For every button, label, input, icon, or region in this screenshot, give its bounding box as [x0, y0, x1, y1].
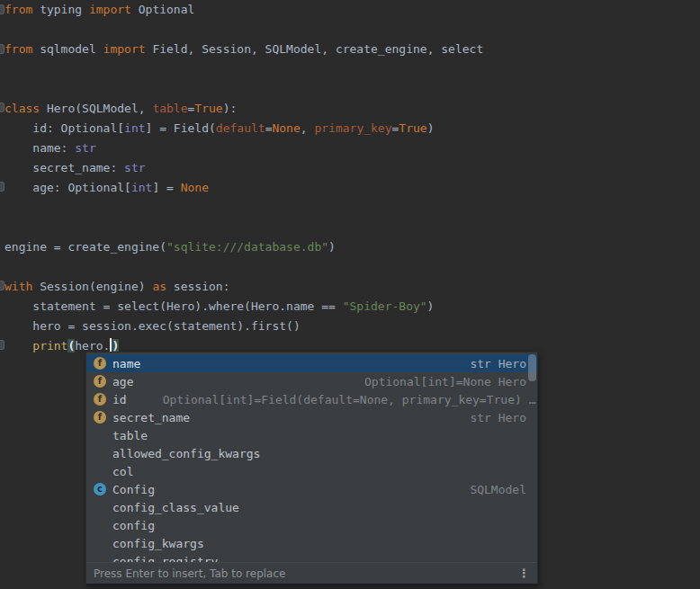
- code-token: hero = session.exec(statement).first(): [4, 319, 301, 333]
- completion-item[interactable]: col: [86, 462, 537, 480]
- completion-item[interactable]: fnamestr Hero: [86, 354, 537, 372]
- code-token: ): [328, 240, 336, 254]
- completion-type-hint: Optional[int]=None Hero: [364, 375, 526, 388]
- code-token: ): [427, 299, 435, 313]
- completion-type-hint: str Hero: [470, 357, 526, 370]
- code-line: secret_name: str: [4, 158, 700, 178]
- gutter-icon[interactable]: [0, 281, 4, 290]
- code-line: class Hero(SQLModel, table=True):: [4, 99, 700, 119]
- code-line: [4, 257, 700, 277]
- completion-item[interactable]: fsecret_namestr Hero: [86, 408, 537, 426]
- code-line: [4, 79, 700, 99]
- completion-item[interactable]: fidOptional[int]=Field(default=None, pri…: [86, 390, 537, 408]
- icon-spacer: [94, 501, 106, 513]
- code-token: class: [4, 102, 40, 115]
- completion-label: col: [112, 465, 133, 478]
- code-token: True: [194, 102, 222, 115]
- code-token: session:: [166, 280, 229, 293]
- code-token: ):: [223, 102, 238, 115]
- completion-label: age: [112, 375, 133, 388]
- code-line: engine = create_engine("sqlite:///databa…: [4, 237, 700, 257]
- code-line: name: str: [4, 138, 700, 158]
- code-token: ] =: [152, 181, 180, 194]
- code-token: "sqlite:///database.db": [166, 240, 328, 254]
- code-token: age: Optional[: [4, 181, 131, 194]
- completion-signature: Optional[int]=Field(default=None, primar…: [163, 393, 536, 406]
- code-token: hero.: [75, 339, 110, 353]
- completion-label: config_class_value: [112, 501, 239, 514]
- completion-type-hint: SQLModel: [470, 483, 526, 496]
- code-token: int: [131, 181, 152, 194]
- code-token: import: [103, 42, 146, 56]
- completion-label: config_kwargs: [112, 537, 204, 550]
- code-line: age: Optional[int] = None: [4, 178, 700, 198]
- code-line: [4, 20, 700, 40]
- code-line: hero = session.exec(statement).first(): [4, 317, 700, 336]
- code-token: sqlmodel: [32, 42, 103, 56]
- code-token: True: [399, 121, 426, 135]
- code-line: [4, 218, 700, 237]
- code-line: [4, 59, 700, 79]
- field-icon: f: [94, 393, 106, 406]
- gutter-icon[interactable]: [0, 4, 4, 14]
- completion-list: fnamestr HerofageOptional[int]=None Hero…: [86, 354, 537, 563]
- code-token: from: [4, 3, 32, 16]
- more-options-icon[interactable]: ⋮: [518, 567, 530, 579]
- code-token: Field, Session, SQLModel, create_engine,…: [146, 42, 484, 56]
- code-token: id: Optional[: [4, 121, 124, 135]
- class-icon: c: [94, 483, 106, 495]
- popup-footer: Press Enter to insert, Tab to replace ⋮: [86, 562, 537, 584]
- gutter-icon[interactable]: [0, 340, 4, 350]
- autocomplete-popup: fnamestr HerofageOptional[int]=None Hero…: [85, 352, 538, 585]
- code-token: Optional: [131, 3, 194, 16]
- code-token: Session(engine): [32, 280, 152, 293]
- completion-item[interactable]: table: [86, 426, 537, 444]
- code-line: from typing import Optional: [4, 0, 700, 20]
- code-token: ,: [301, 121, 315, 135]
- icon-spacer: [94, 465, 106, 477]
- completion-label: secret_name: [112, 411, 190, 424]
- icon-spacer: [94, 519, 106, 531]
- completion-item[interactable]: cConfigSQLModel: [86, 480, 537, 498]
- completion-item[interactable]: allowed_config_kwargs: [86, 444, 537, 462]
- gutter-icon[interactable]: [0, 182, 4, 192]
- code-token: as: [152, 280, 166, 293]
- gutter-icon[interactable]: [0, 44, 4, 54]
- code-token: table: [152, 102, 187, 115]
- completion-item[interactable]: config_kwargs: [86, 534, 537, 552]
- gutter-icon[interactable]: [0, 103, 4, 112]
- completion-type-hint: str Hero: [470, 411, 526, 424]
- field-icon: f: [94, 411, 106, 424]
- completion-item[interactable]: config: [86, 516, 537, 534]
- code-token: None: [272, 121, 300, 135]
- icon-spacer: [94, 429, 106, 442]
- code-line: statement = select(Hero).where(Hero.name…: [4, 297, 700, 317]
- code-token: from: [4, 42, 32, 56]
- completion-label: allowed_config_kwargs: [112, 447, 260, 460]
- code-token: str: [124, 161, 145, 174]
- completion-label: config: [112, 519, 155, 532]
- code-token: int: [124, 121, 145, 135]
- code-token: with: [4, 280, 32, 293]
- completion-item[interactable]: fageOptional[int]=None Hero: [86, 372, 537, 390]
- code-token: default: [216, 121, 265, 135]
- code-token: engine = create_engine(: [4, 240, 166, 254]
- code-token: name:: [4, 141, 75, 155]
- code-token: typing: [32, 3, 89, 16]
- code-token: primary_key: [314, 121, 391, 135]
- code-lines: from typing import Optionalfrom sqlmodel…: [4, 0, 700, 356]
- code-token: "Spider-Boy": [343, 299, 427, 313]
- field-icon: f: [94, 357, 106, 370]
- popup-scrollbar-thumb[interactable]: [528, 354, 536, 381]
- code-token: str: [75, 141, 95, 155]
- field-icon: f: [94, 375, 106, 388]
- completion-item[interactable]: config_class_value: [86, 498, 537, 516]
- code-token: [4, 339, 32, 353]
- icon-spacer: [94, 447, 106, 460]
- code-token: ): [427, 121, 435, 135]
- popup-footer-hint: Press Enter to insert, Tab to replace: [94, 567, 285, 580]
- completion-label: name: [112, 357, 140, 370]
- code-token: print: [32, 339, 67, 353]
- code-line: with Session(engine) as session:: [4, 277, 700, 297]
- completion-label: table: [112, 429, 148, 442]
